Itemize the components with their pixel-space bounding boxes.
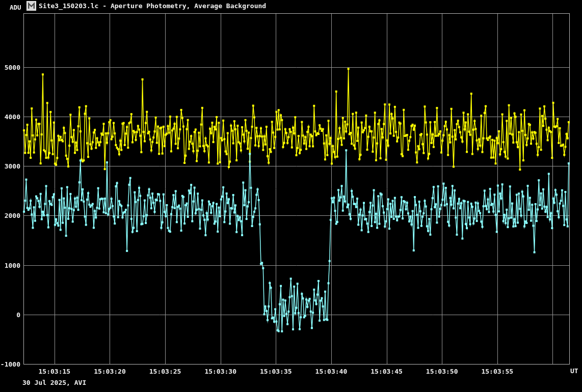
app-icon-glyph <box>27 1 36 11</box>
y-tick-label: 5000 <box>0 64 20 71</box>
y-tick-label: 2000 <box>0 212 20 219</box>
x-tick-label: 15:03:40 <box>315 368 348 375</box>
x-axis-unit-label: UT <box>570 368 578 375</box>
y-tick-label: -1000 <box>0 360 20 368</box>
y-tick-label: 3000 <box>0 162 20 170</box>
app-icon <box>27 1 36 11</box>
y-tick-label: 0 <box>0 311 20 319</box>
light-curve-plot[interactable] <box>0 0 582 392</box>
y-axis-unit-label: ADU <box>10 4 21 11</box>
x-tick-label: 15:03:25 <box>149 368 181 375</box>
x-tick-label: 15:03:20 <box>94 368 126 375</box>
y-tick-label: 4000 <box>0 113 20 121</box>
x-tick-label: 15:03:55 <box>481 368 513 375</box>
recording-date-label: 30 Jul 2025, AVI <box>22 379 86 386</box>
x-tick-label: 15:03:50 <box>426 368 458 375</box>
x-tick-label: 15:03:30 <box>204 368 236 375</box>
y-tick-label: 1000 <box>0 262 20 269</box>
x-tick-label: 15:03:45 <box>371 368 403 375</box>
x-tick-label: 15:03:15 <box>39 368 71 375</box>
window-title: Site3_150203.lc - Aperture Photometry, A… <box>39 3 266 10</box>
x-tick-label: 15:03:35 <box>260 368 292 375</box>
photometry-window: { "header": { "y_axis_unit": "ADU", "tit… <box>0 0 582 392</box>
